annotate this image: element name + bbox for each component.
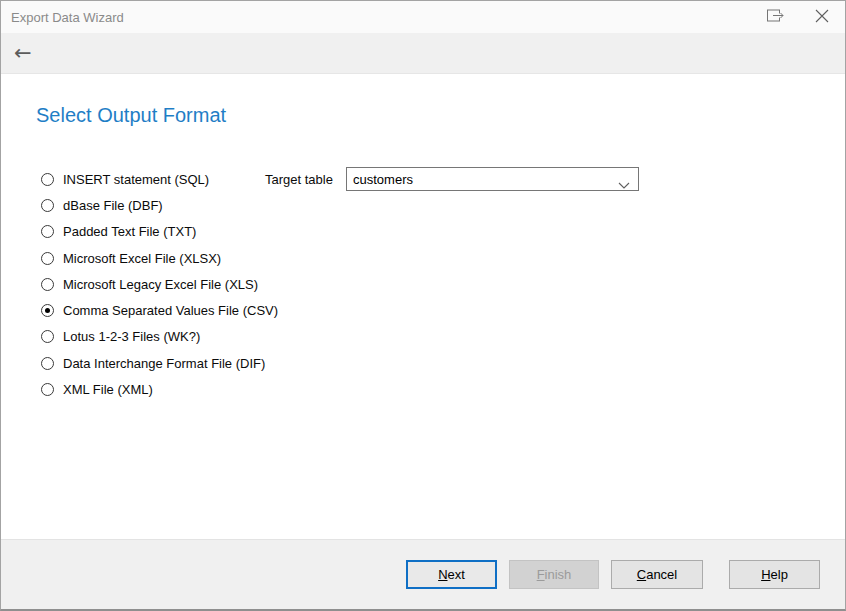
- radio-icon[interactable]: [41, 383, 54, 396]
- radio-option-label: XML File (XML): [63, 382, 153, 397]
- titlebar: Export Data Wizard: [1, 1, 845, 33]
- radio-option[interactable]: XML File (XML): [41, 376, 278, 402]
- radio-option[interactable]: Microsoft Legacy Excel File (XLS): [41, 271, 278, 297]
- wizard-content: Select Output Format INSERT statement (S…: [1, 75, 845, 539]
- next-button[interactable]: Next: [406, 560, 497, 589]
- radio-option[interactable]: Lotus 1-2-3 Files (WK?): [41, 324, 278, 350]
- wizard-footer: Next Finish Cancel Help: [1, 539, 845, 609]
- radio-option-label: Microsoft Excel File (XLSX): [63, 251, 221, 266]
- close-button[interactable]: [799, 1, 845, 33]
- radio-option-label: Microsoft Legacy Excel File (XLS): [63, 277, 258, 292]
- radio-icon[interactable]: [41, 173, 54, 186]
- radio-option[interactable]: INSERT statement (SQL): [41, 166, 278, 192]
- radio-icon[interactable]: [41, 304, 54, 317]
- radio-option[interactable]: dBase File (DBF): [41, 192, 278, 218]
- export-data-wizard-dialog: Export Data Wizard: [0, 0, 846, 611]
- popout-window-icon: [767, 9, 785, 25]
- target-table-select[interactable]: customers: [346, 167, 639, 191]
- radio-icon[interactable]: [41, 330, 54, 343]
- radio-option-label: Data Interchange Format File (DIF): [63, 356, 265, 371]
- popout-window-button[interactable]: [753, 1, 799, 33]
- radio-option-label: Padded Text File (TXT): [63, 224, 196, 239]
- radio-option[interactable]: Data Interchange Format File (DIF): [41, 350, 278, 376]
- back-arrow-icon: ←: [14, 41, 32, 65]
- cancel-button[interactable]: Cancel: [611, 560, 703, 589]
- page-title: Select Output Format: [36, 104, 226, 127]
- radio-option[interactable]: Padded Text File (TXT): [41, 219, 278, 245]
- radio-icon[interactable]: [41, 278, 54, 291]
- radio-icon[interactable]: [41, 199, 54, 212]
- back-button[interactable]: ←: [14, 43, 32, 64]
- wizard-toolbar: ←: [1, 33, 845, 74]
- radio-option-label: INSERT statement (SQL): [63, 172, 209, 187]
- target-table-value: customers: [353, 172, 413, 187]
- close-icon: [815, 9, 829, 26]
- titlebar-controls: [753, 1, 845, 33]
- radio-option[interactable]: Comma Separated Values File (CSV): [41, 297, 278, 323]
- radio-option[interactable]: Microsoft Excel File (XLSX): [41, 245, 278, 271]
- radio-option-label: Comma Separated Values File (CSV): [63, 303, 278, 318]
- window-title: Export Data Wizard: [1, 10, 124, 25]
- finish-button[interactable]: Finish: [509, 560, 599, 589]
- output-format-options: INSERT statement (SQL) dBase File (DBF) …: [41, 166, 278, 403]
- help-button[interactable]: Help: [729, 560, 820, 589]
- chevron-down-icon: [618, 177, 630, 192]
- radio-icon[interactable]: [41, 252, 54, 265]
- radio-option-label: dBase File (DBF): [63, 198, 163, 213]
- target-table-label: Target table: [265, 172, 333, 187]
- radio-icon[interactable]: [41, 357, 54, 370]
- radio-option-label: Lotus 1-2-3 Files (WK?): [63, 329, 200, 344]
- radio-icon[interactable]: [41, 225, 54, 238]
